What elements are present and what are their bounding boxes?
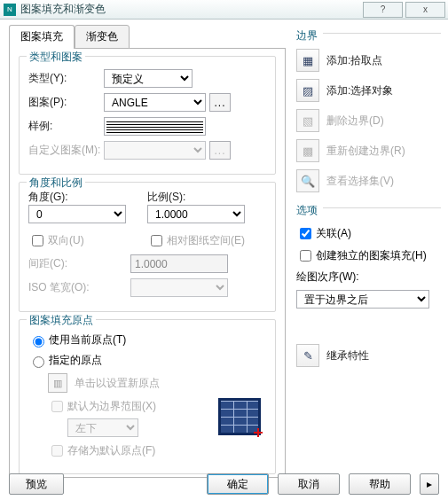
label-inherit: 继承特性 [326, 348, 369, 363]
extents-position-combo: 左下 [67, 418, 138, 437]
title-bar: N 图案填充和渐变色 ? x [0, 0, 448, 20]
specified-origin-radio[interactable] [33, 356, 44, 368]
inherit-props-button[interactable]: ✎ [296, 344, 319, 367]
paper-space-checkbox[interactable] [151, 235, 162, 246]
origin-preview-icon [218, 398, 261, 435]
app-icon: N [4, 4, 16, 16]
default-extents-checkbox [51, 401, 63, 412]
draw-order-combo[interactable]: 置于边界之后 [296, 290, 429, 309]
help-titlebar-button[interactable]: ? [363, 2, 403, 18]
bidir-checkbox[interactable] [32, 235, 43, 246]
bidir-checkbox-wrap[interactable]: 双向(U) [28, 232, 147, 249]
label-scale: 比例(S): [147, 190, 266, 205]
label-recreate-boundary: 重新创建边界(R) [326, 144, 405, 159]
iso-pen-combo [130, 278, 228, 297]
label-pattern: 图案(P): [28, 95, 104, 110]
assoc-checkbox[interactable] [300, 228, 311, 239]
group-title: 图案填充原点 [27, 313, 96, 328]
window-title: 图案填充和渐变色 [20, 2, 106, 17]
type-combo[interactable]: 预定义 [104, 69, 193, 88]
label-add-select: 添加:选择对象 [326, 83, 393, 98]
group-type-pattern: 类型和图案 类型(Y): 预定义 图案(P): ANGLE ... 样例: 自定… [19, 56, 276, 175]
label-add-pick: 添加:拾取点 [326, 53, 382, 68]
angle-combo[interactable]: 0 [28, 205, 126, 223]
expand-button[interactable]: ▸ [420, 473, 439, 495]
independent-checkbox[interactable] [300, 250, 311, 262]
label-type: 类型(Y): [28, 71, 104, 86]
boundary-title: 边界 [296, 28, 318, 43]
view-selection-button: 🔍 [296, 169, 319, 192]
preview-button[interactable]: 预览 [9, 473, 64, 495]
help-button[interactable]: 帮助 [349, 473, 411, 495]
independent-checkbox-wrap[interactable]: 创建独立的图案填充(H) [296, 247, 427, 264]
ok-button[interactable]: 确定 [207, 473, 269, 495]
group-angle-scale: 角度和比例 角度(G): 0 比例(S): 1.0000 双向(U) 相对图纸空… [19, 182, 276, 312]
use-current-origin-radio-wrap[interactable]: 使用当前原点(T) [28, 332, 126, 348]
custom-browse-button: ... [209, 141, 231, 160]
label-iso-pen: ISO 笔宽(O): [28, 280, 104, 295]
origin-cross-icon [254, 428, 263, 437]
tab-panel: 类型和图案 类型(Y): 预定义 图案(P): ANGLE ... 样例: 自定… [9, 48, 286, 478]
default-extents-checkbox-wrap[interactable]: 默认为边界范围(X) [48, 400, 156, 412]
add-select-object-button[interactable]: ▨ [296, 79, 319, 102]
label-click-set: 单击以设置新原点 [75, 376, 160, 391]
store-default-checkbox-wrap[interactable]: 存储为默认原点(F) [48, 442, 155, 459]
sample-swatch[interactable] [104, 117, 206, 136]
tab-hatch[interactable]: 图案填充 [9, 25, 75, 49]
options-title: 选项 [296, 203, 318, 218]
tab-gradient[interactable]: 渐变色 [75, 25, 130, 49]
label-draw-order: 绘图次序(W): [296, 270, 359, 285]
group-title: 类型和图案 [27, 50, 85, 65]
assoc-checkbox-wrap[interactable]: 关联(A) [296, 225, 351, 242]
label-sample: 样例: [28, 119, 104, 134]
delete-boundary-button: ▧ [296, 109, 319, 132]
label-angle: 角度(G): [28, 190, 147, 205]
store-default-checkbox [51, 445, 63, 457]
group-title: 角度和比例 [27, 176, 85, 191]
label-custom-pattern: 自定义图案(M): [28, 143, 104, 158]
recreate-boundary-button: ▩ [296, 139, 319, 162]
label-delete-boundary: 删除边界(D) [326, 113, 384, 129]
pattern-browse-button[interactable]: ... [209, 93, 231, 112]
label-view-selection: 查看选择集(V) [326, 174, 394, 189]
hatch-preview-icon [106, 120, 203, 133]
use-current-origin-radio[interactable] [33, 336, 44, 348]
specified-origin-radio-wrap[interactable]: 指定的原点 [28, 353, 102, 368]
spacing-input [130, 254, 228, 273]
add-pick-point-button[interactable]: ▦ [296, 49, 319, 72]
set-origin-icon: ▥ [48, 373, 67, 393]
close-titlebar-button[interactable]: x [405, 2, 445, 18]
label-spacing: 间距(C): [28, 256, 86, 271]
group-origin: 图案填充原点 使用当前原点(T) 指定的原点 ▥ 单击以设置新原点 默认为边界范… [19, 319, 276, 474]
custom-pattern-combo [104, 141, 206, 160]
scale-combo[interactable]: 1.0000 [147, 205, 245, 223]
paper-space-checkbox-wrap[interactable]: 相对图纸空间(E) [147, 232, 266, 249]
cancel-button[interactable]: 取消 [278, 473, 340, 495]
pattern-combo[interactable]: ANGLE [104, 93, 206, 112]
